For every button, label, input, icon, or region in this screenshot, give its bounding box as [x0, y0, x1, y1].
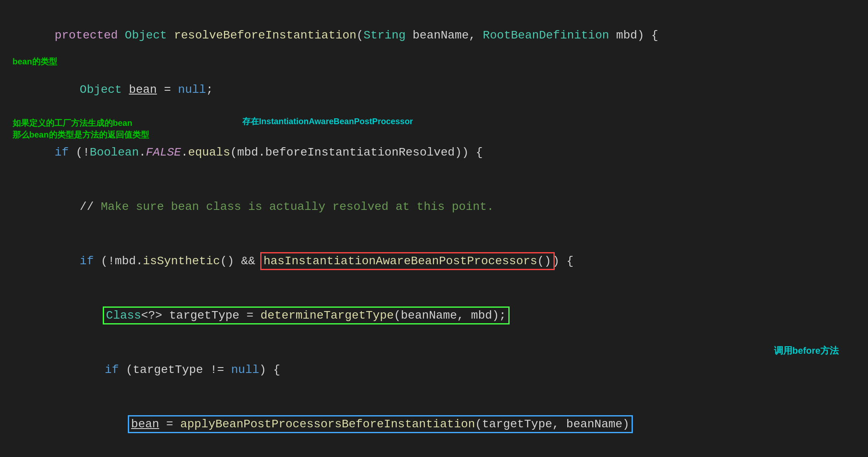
- code-line-3: 如果定义的工厂方法生成的bean那么bean的类型是方法的返回值类型 if (!…: [13, 117, 855, 180]
- code-line-targettype: Class<?> targetType = determineTargetTyp…: [13, 288, 855, 343]
- code-line-targetnull: if (targetType != null) { 调用before方法: [13, 343, 855, 397]
- code-line-before: bean = applyBeanPostProcessorsBeforeInst…: [13, 397, 855, 452]
- code-editor: protected Object resolveBeforeInstantiat…: [0, 0, 868, 457]
- annotation-call-before: 调用before方法: [774, 344, 839, 357]
- annotation-bean-type: bean的类型: [13, 55, 57, 68]
- code-line-2: Object bean = null; bean的类型: [13, 63, 855, 117]
- code-line-1: protected Object resolveBeforeInstantiat…: [13, 8, 855, 63]
- annotation-instantiation-processor: 存在InstantiationAwareBeanPostProcessor: [242, 115, 413, 128]
- code-line-beannull: if (bean != null) {: [13, 452, 855, 457]
- code-line-synthetic: if (!mbd.isSynthetic() && hasInstantiati…: [13, 234, 855, 288]
- code-line-comment: // Make sure bean class is actually reso…: [13, 180, 855, 234]
